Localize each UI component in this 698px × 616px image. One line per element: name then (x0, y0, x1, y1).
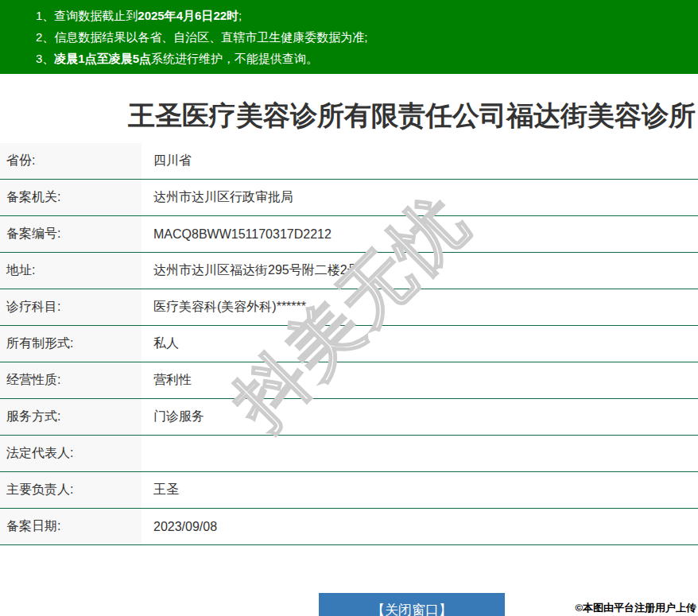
field-value: 达州市达川区福达街295号附二楼2号 (142, 253, 698, 289)
field-label: 经营性质: (0, 362, 142, 398)
field-label: 备案编号: (0, 216, 142, 252)
table-row-province: 省份: 四川省 (0, 143, 698, 180)
field-value: 王圣 (142, 472, 698, 508)
field-value: 营利性 (142, 362, 698, 398)
copyright-overlay: ©本图由平台注册用户上传 (575, 601, 696, 615)
notice-line-2: 2、信息数据结果以各省、自治区、直辖市卫生健康委数据为准; (36, 26, 698, 48)
field-value (142, 436, 698, 471)
notice-text-segment: 2、信息数据结果以各省、自治区、直辖市卫生健康委数据为准; (36, 30, 368, 44)
field-label: 诊疗科目: (0, 289, 142, 325)
registration-info-table: 省份: 四川省 备案机关: 达州市达川区行政审批局 备案编号: MACQ8BWW… (0, 143, 698, 545)
table-row-registration-authority: 备案机关: 达州市达川区行政审批局 (0, 180, 698, 216)
notice-text-bold: 2025年4月6日22时 (138, 9, 238, 22)
notice-banner: 1、查询数据截止到2025年4月6日22时; 2、信息数据结果以各省、自治区、直… (0, 0, 698, 74)
notice-line-1: 1、查询数据截止到2025年4月6日22时; (36, 5, 698, 26)
field-value: MACQ8BWW151170317D2212 (142, 216, 698, 252)
field-value: 医疗美容科(美容外科)****** (142, 289, 698, 325)
notice-text-bold: 凌晨1点至凌晨5点 (54, 52, 151, 65)
field-value: 四川省 (142, 143, 698, 179)
field-label: 主要负责人: (0, 472, 142, 508)
notice-text-segment: 1、查询数据截止到 (36, 9, 138, 22)
content-container: 1、查询数据截止到2025年4月6日22时; 2、信息数据结果以各省、自治区、直… (0, 0, 698, 545)
notice-text-segment: 3、 (36, 52, 54, 65)
table-row-service-mode: 服务方式: 门诊服务 (0, 399, 698, 436)
close-window-button[interactable]: 【关闭窗口】 (319, 593, 505, 616)
table-row-address: 地址: 达州市达川区福达街295号附二楼2号 (0, 253, 698, 289)
field-label: 所有制形式: (0, 326, 142, 362)
field-label: 法定代表人: (0, 436, 142, 471)
table-row-treatment-subjects: 诊疗科目: 医疗美容科(美容外科)****** (0, 289, 698, 326)
table-row-ownership-form: 所有制形式: 私人 (0, 326, 698, 362)
table-row-main-person-in-charge: 主要负责人: 王圣 (0, 472, 698, 509)
page-viewport: 1、查询数据截止到2025年4月6日22时; 2、信息数据结果以各省、自治区、直… (0, 0, 698, 616)
field-value: 2023/09/08 (142, 509, 698, 544)
notice-line-3: 3、凌晨1点至凌晨5点系统进行维护，不能提供查询。 (36, 48, 698, 69)
notice-text-segment: 系统进行维护，不能提供查询。 (151, 52, 318, 65)
notice-text-segment: ; (238, 9, 242, 22)
field-value: 私人 (142, 326, 698, 362)
field-label: 备案日期: (0, 509, 142, 544)
table-row-registration-number: 备案编号: MACQ8BWW151170317D2212 (0, 216, 698, 253)
field-label: 省份: (0, 143, 142, 179)
field-value: 门诊服务 (142, 399, 698, 435)
page-title: 王圣医疗美容诊所有限责任公司福达街美容诊所 (0, 98, 698, 133)
field-value: 达州市达川区行政审批局 (142, 180, 698, 215)
table-row-registration-date: 备案日期: 2023/09/08 (0, 509, 698, 545)
field-label: 地址: (0, 253, 142, 289)
table-row-business-nature: 经营性质: 营利性 (0, 362, 698, 399)
field-label: 服务方式: (0, 399, 142, 435)
table-row-legal-representative: 法定代表人: (0, 436, 698, 472)
field-label: 备案机关: (0, 180, 142, 215)
